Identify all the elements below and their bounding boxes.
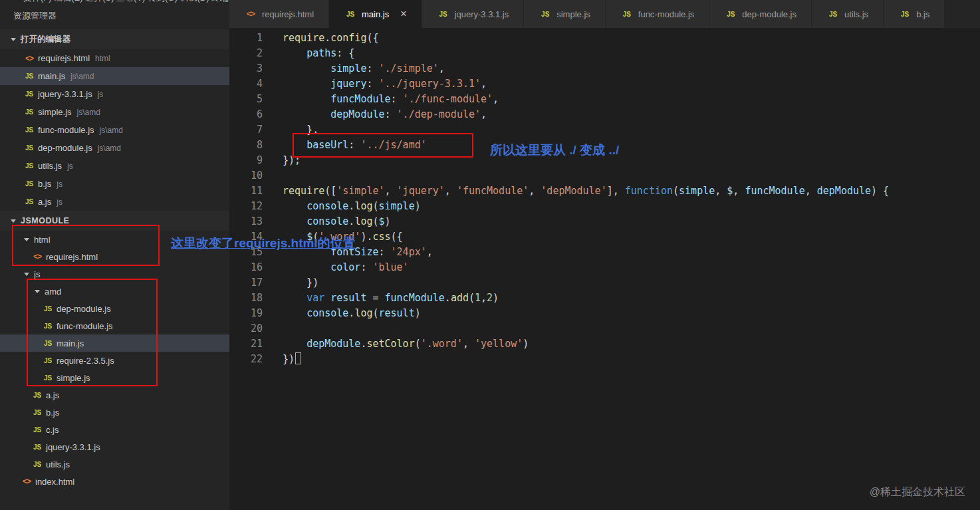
tree-item-func-module.js[interactable]: JSfunc-module.js [0,317,229,334]
line-number: 13 [229,214,263,229]
file-path-badge: js [98,90,104,99]
line-number: 22 [229,352,263,367]
tab-dep-module.js[interactable]: JSdep-module.js [709,0,812,28]
project-root-label: JSMODULE [21,216,69,225]
open-editor-item-requirejs.html[interactable]: <>requirejs.htmlhtml [0,49,229,67]
code-line-2[interactable]: 2 paths: { [229,46,980,61]
file-name: a.js [38,197,51,207]
line-number: 20 [229,321,263,336]
code-line-6[interactable]: 6 depModule: './dep-module', [229,107,980,122]
code-line-10[interactable]: 10 [229,168,980,184]
code-text [263,321,283,336]
close-icon[interactable]: × [400,9,406,19]
tree-item-main.js[interactable]: JSmain.js [0,334,229,352]
html-file-icon: <> [20,477,33,486]
tree-item-amd[interactable]: amd [0,283,229,300]
tab-main.js[interactable]: JSmain.js× [329,0,422,28]
file-name: func-module.js [57,321,113,331]
annotation-baseurl-note: 所以这里要从 ./ 变成 ../ [490,142,619,159]
file-name: simple.js [57,373,90,383]
html-file-icon: <> [23,54,36,63]
folder-expanded-icon[interactable] [24,238,29,241]
section-expanded-icon[interactable] [11,38,16,41]
code-editor[interactable]: 1require.config({2 paths: {3 simple: './… [229,28,980,510]
code-line-20[interactable]: 20 [229,321,980,336]
code-line-12[interactable]: 12 console.log(simple) [229,199,980,214]
folder-expanded-icon[interactable] [35,290,40,293]
file-name: jquery-3.3.1.js [46,442,100,452]
tab-utils.js[interactable]: JSutils.js [812,0,884,28]
code-line-4[interactable]: 4 jquery: '../jquery-3.3.1', [229,76,980,92]
code-line-22[interactable]: 22}) [229,352,980,367]
code-line-3[interactable]: 3 simple: './simple', [229,61,980,76]
file-name: jquery-3.3.1.js [38,89,92,99]
tree-item-a.js[interactable]: JSa.js [0,386,229,404]
open-editor-item-simple.js[interactable]: JSsimple.jsjs\amd [0,103,229,121]
tree-item-utils.js[interactable]: JSutils.js [0,455,229,473]
tab-jquery-3.3.1.js[interactable]: JSjquery-3.3.1.js [422,0,525,28]
open-editors-header[interactable]: 打开的编辑器 [0,29,229,49]
tab-b.js[interactable]: JSb.js [884,0,945,28]
tab-requirejs.html[interactable]: <>requirejs.html [229,0,329,28]
tree-item-dep-module.js[interactable]: JSdep-module.js [0,300,229,317]
open-editor-item-dep-module.js[interactable]: JSdep-module.jsjs\amd [0,139,229,157]
tree-item-c.js[interactable]: JSc.js [0,421,229,438]
menubar-clipped: 文件(F) 编辑(E) 选择(S) 查看(V) 转到(G) 调试(D) 终端(T… [0,0,229,5]
tab-simple.js[interactable]: JSsimple.js [524,0,606,28]
code-line-13[interactable]: 13 console.log($) [229,214,980,229]
line-number: 16 [229,260,263,275]
code-line-11[interactable]: 11require(['simple', 'jquery', 'funcModu… [229,184,980,199]
code-line-5[interactable]: 5 funcModule: './func-module', [229,92,980,107]
tree-item-js[interactable]: js [0,265,229,283]
code-text: }) [263,352,301,367]
line-number: 17 [229,275,263,291]
code-line-1[interactable]: 1require.config({ [229,31,980,46]
tree-item-jquery-3.3.1.js[interactable]: JSjquery-3.3.1.js [0,438,229,455]
tab-label: dep-module.js [742,9,796,19]
folder-expanded-icon[interactable] [24,273,29,276]
code-line-17[interactable]: 17 }) [229,275,980,291]
explorer-sidebar: 文件(F) 编辑(E) 选择(S) 查看(V) 转到(G) 调试(D) 终端(T… [0,0,229,510]
js-file-icon: JS [23,90,36,98]
open-editor-item-utils.js[interactable]: JSutils.jsjs [0,157,229,175]
code-line-21[interactable]: 21 depModule.setColor('.word', 'yellow') [229,336,980,352]
open-editor-item-func-module.js[interactable]: JSfunc-module.jsjs\amd [0,121,229,139]
file-name: c.js [46,425,59,435]
open-editor-item-jquery-3.3.1.js[interactable]: JSjquery-3.3.1.jsjs [0,85,229,103]
tree-item-index.html[interactable]: <>index.html [0,473,229,490]
project-root-header[interactable]: JSMODULE [0,211,229,231]
line-number: 18 [229,291,263,306]
code-line-19[interactable]: 19 console.log(result) [229,306,980,321]
js-file-icon: JS [826,11,840,18]
tree-item-b.js[interactable]: JSb.js [0,404,229,421]
line-number: 3 [229,61,263,76]
code-line-7[interactable]: 7 }, [229,122,980,138]
code-line-18[interactable]: 18 var result = funcModule.add(1,2) [229,291,980,306]
file-name: main.js [38,71,65,81]
js-file-icon: JS [23,162,36,170]
js-file-icon: JS [539,11,552,18]
tab-label: b.js [916,9,929,19]
tab-label: requirejs.html [262,9,314,19]
tab-func-module.js[interactable]: JSfunc-module.js [606,0,710,28]
open-editor-item-main.js[interactable]: JSmain.jsjs\amd [0,67,229,85]
section-expanded-icon[interactable] [11,219,16,223]
code-text: baseUrl: '../js/amd' [263,138,427,153]
code-text: console.log(result) [263,306,421,321]
open-editor-item-a.js[interactable]: JSa.jsjs [0,193,229,211]
line-number: 6 [229,107,263,122]
line-number: 5 [229,92,263,107]
tree-item-simple.js[interactable]: JSsimple.js [0,369,229,386]
file-tree: html<>requirejs.htmljsamdJSdep-module.js… [0,231,229,490]
code-text: depModule.setColor('.word', 'yellow') [263,336,529,352]
open-editor-item-b.js[interactable]: JSb.jsjs [0,175,229,193]
tree-item-require-2.3.5.js[interactable]: JSrequire-2.3.5.js [0,352,229,369]
code-text: depModule: './dep-module', [263,107,487,122]
code-line-16[interactable]: 16 color: 'blue' [229,260,980,275]
file-name: requirejs.html [38,53,90,63]
line-number: 7 [229,122,263,138]
file-name: html [34,235,51,245]
line-number: 19 [229,306,263,321]
file-path-badge: js\amd [70,72,94,81]
file-name: b.js [38,179,51,189]
